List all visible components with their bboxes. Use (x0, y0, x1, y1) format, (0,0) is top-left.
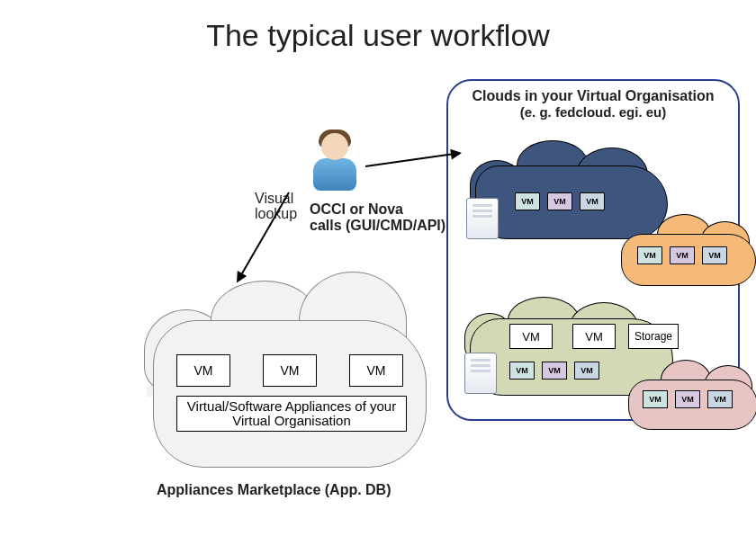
occi-nova-label: OCCI or Nova calls (GUI/CMD/API) (310, 201, 472, 235)
clouds-panel-header: Clouds in your Virtual Organisation (e. … (448, 81, 738, 125)
clouds-header-line2: (e. g. fedcloud. egi. eu) (454, 104, 733, 120)
appliances-label-box: Virtual/Software Appliances of your Virt… (176, 396, 407, 432)
vm-box: VM (509, 324, 553, 349)
server-icon (464, 353, 497, 394)
vm-box: VM (547, 192, 572, 210)
vm-box: VM (707, 390, 733, 408)
clouds-header-line1: Clouds in your Virtual Organisation (454, 88, 733, 104)
occi-line2: calls (GUI/CMD/API) (310, 218, 472, 234)
slide-title: The typical user workflow (0, 18, 756, 53)
vm-box: VM (509, 362, 535, 380)
storage-box: Storage (628, 324, 679, 349)
clouds-panel: Clouds in your Virtual Organisation (e. … (446, 79, 740, 421)
vm-box: VM (176, 354, 230, 387)
vm-box: VM (572, 324, 616, 349)
vm-box: VM (349, 354, 403, 387)
marketplace-caption: Appliances Marketplace (App. DB) (157, 482, 392, 498)
vm-box: VM (542, 362, 567, 380)
cloud-orange: VM VM VM (621, 214, 756, 286)
occi-line1: OCCI or Nova (310, 201, 472, 218)
vm-box: VM (637, 246, 662, 264)
marketplace-vm-row: VM VM VM (176, 354, 407, 389)
vm-box: VM (515, 192, 540, 210)
vm-box: VM (574, 362, 599, 380)
vm-box: VM (702, 246, 727, 264)
cloud-pink: VM VM VM (628, 360, 756, 430)
vm-box: VM (263, 354, 317, 387)
vm-box: VM (580, 192, 605, 210)
vm-box: VM (675, 390, 700, 408)
vm-box: VM (670, 246, 695, 264)
vm-box: VM (643, 390, 668, 408)
user-icon (308, 131, 362, 192)
visual-lookup-line1: Visual (255, 192, 297, 207)
visual-lookup-label: Visual lookup (255, 192, 297, 222)
arrow-user-to-clouds-icon (365, 153, 453, 167)
